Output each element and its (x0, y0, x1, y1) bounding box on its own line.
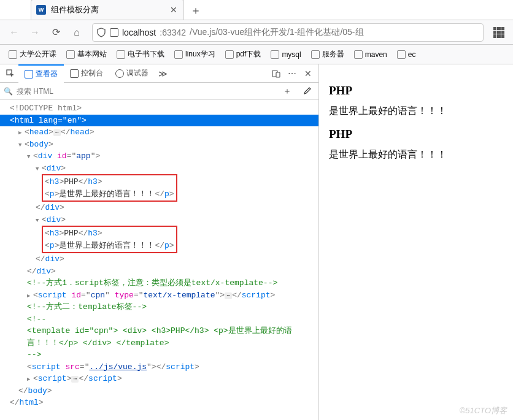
bookmark-item[interactable]: 电子书下载 (113, 48, 168, 61)
dom-highlighted-2[interactable]: <h3>PHP</h3><p>是世界上最好的语言！！！</p> (0, 226, 318, 253)
bookmark-item[interactable]: 服务器 (307, 48, 348, 61)
ellipsis-icon[interactable]: ⋯ (225, 292, 232, 299)
dom-node-body-close[interactable]: </body> (0, 385, 318, 397)
folder-icon (174, 50, 183, 59)
page-preview: PHP 是世界上最好的语言！！！ PHP 是世界上最好的语言！！！ (319, 64, 513, 420)
folder-icon (66, 50, 75, 59)
devtools-panel: 查看器 控制台 调试器 ≫ ⋯ ✕ 🔍 ＋ <!DOCTYPE html> <h… (0, 64, 319, 420)
bookmark-item[interactable]: 大学公开课 (5, 48, 60, 61)
browser-navbar: ← → ⟳ ⌂ localhost:63342/Vue.js/03-vue组件化… (0, 20, 513, 45)
folder-icon (311, 50, 320, 59)
bookmark-label: 服务器 (322, 49, 344, 59)
kebab-icon[interactable]: ⋯ (284, 66, 300, 82)
bookmark-label: 基本网站 (77, 49, 107, 59)
dom-highlighted-1[interactable]: <h3>PHP</h3><p>是世界上最好的语言！！！</p> (0, 174, 318, 202)
watermark: ©51CTO博客 (460, 405, 507, 416)
dom-node-script-vue[interactable]: <script src="../js/vue.js"></script> (0, 361, 318, 373)
dom-node-app[interactable]: ▼<div id="app"> (0, 150, 318, 162)
comment-tpl-2: 言！！！</p> </div> </template> (27, 338, 169, 348)
shield-icon[interactable] (96, 28, 106, 37)
tab-inspector[interactable]: 查看器 (18, 64, 64, 83)
tab-inspector-label: 查看器 (36, 69, 58, 79)
tab-favicon-icon: W (36, 5, 46, 15)
twisty-icon[interactable]: ▼ (36, 217, 42, 226)
bookmark-label: linux学习 (185, 49, 215, 59)
tab-console[interactable]: 控制台 (64, 64, 109, 83)
twisty-icon[interactable]: ▶ (27, 292, 33, 301)
responsive-icon[interactable] (268, 66, 284, 82)
comment-close: --> (27, 350, 41, 359)
doctype: <!DOCTYPE html> (10, 104, 82, 113)
browser-tab-strip: W 组件模板分离 ✕ ＋ (0, 0, 513, 20)
preview-heading-2: PHP (329, 128, 503, 141)
folder-icon (397, 50, 406, 59)
dom-node-script[interactable]: ▶<script>⋯</script> (0, 373, 318, 385)
url-host: localhost (122, 28, 156, 37)
bookmark-item[interactable]: mysql (267, 49, 304, 60)
debugger-icon (115, 69, 124, 78)
tab-debugger-label: 调试器 (126, 68, 148, 78)
console-icon (70, 69, 79, 78)
bookmarks-bar: 大学公开课基本网站电子书下载linux学习pdf下载mysql服务器mavene… (0, 45, 513, 64)
dom-node-div2[interactable]: ▼<div> (0, 214, 318, 226)
reload-button[interactable]: ⟳ (47, 23, 65, 42)
back-button[interactable]: ← (5, 23, 23, 42)
tab-console-label: 控制台 (81, 68, 103, 78)
bookmark-item[interactable]: pdf下载 (222, 48, 265, 61)
bookmark-label: 电子书下载 (128, 49, 164, 59)
browser-tab[interactable]: W 组件模板分离 ✕ (31, 0, 184, 20)
dom-node-html[interactable]: <html lang="en"> (0, 115, 318, 127)
ellipsis-icon[interactable]: ⋯ (53, 129, 61, 136)
devtools-close-icon[interactable]: ✕ (300, 66, 316, 82)
dom-node-div-close[interactable]: </div> (0, 202, 318, 214)
dom-node-app-close[interactable]: </div> (0, 265, 318, 278)
dom-node-div[interactable]: ▼<div> (0, 162, 318, 175)
new-tab-button[interactable]: ＋ (187, 1, 205, 20)
svg-rect-2 (276, 72, 280, 77)
ellipsis-icon[interactable]: ⋯ (71, 376, 79, 383)
dom-tree[interactable]: <!DOCTYPE html> <html lang="en"> ▶<head>… (0, 100, 318, 420)
eyedropper-icon[interactable] (299, 83, 315, 99)
bookmark-label: 大学公开课 (20, 49, 56, 59)
qr-icon[interactable] (490, 23, 508, 42)
folder-icon (225, 50, 234, 59)
preview-paragraph-2: 是世界上最好的语言！！！ (329, 148, 503, 161)
twisty-icon[interactable]: ▶ (27, 376, 33, 384)
comment-open: <!-- (27, 315, 46, 324)
url-port: :63342 (160, 28, 186, 37)
twisty-icon[interactable]: ▶ (18, 129, 25, 138)
folder-icon (9, 50, 17, 59)
overflow-icon[interactable]: ≫ (155, 66, 171, 82)
url-bar[interactable]: localhost:63342/Vue.js/03-vue组件化开发/1-组件化… (92, 23, 484, 42)
dom-node-script-tpl[interactable]: ▶<script id="cpn" type="text/x-template"… (0, 289, 318, 302)
bookmark-label: maven (365, 50, 387, 59)
dom-node-body[interactable]: ▼<body> (0, 139, 318, 151)
forward-button[interactable]: → (26, 23, 44, 42)
bookmark-item[interactable]: maven (350, 49, 391, 60)
twisty-icon[interactable]: ▼ (18, 142, 25, 150)
dom-node-div2-close[interactable]: </div> (0, 253, 318, 265)
close-icon[interactable]: ✕ (169, 5, 179, 15)
content-area: 查看器 控制台 调试器 ≫ ⋯ ✕ 🔍 ＋ <!DOCTYPE html> <h… (0, 64, 513, 420)
dom-node-html-close[interactable]: </html> (0, 397, 318, 409)
inspect-element-icon[interactable] (2, 66, 18, 82)
lock-icon[interactable] (110, 28, 118, 37)
tab-debugger[interactable]: 调试器 (109, 64, 155, 83)
tab-title: 组件模板分离 (51, 4, 164, 15)
comment-2: <!--方式二：template标签--> (27, 302, 147, 311)
bookmark-item[interactable]: 基本网站 (63, 48, 110, 61)
twisty-icon[interactable]: ▼ (27, 153, 33, 162)
bookmark-item[interactable]: linux学习 (171, 48, 219, 61)
bookmark-item[interactable]: ec (393, 49, 420, 60)
add-node-icon[interactable]: ＋ (279, 83, 295, 99)
devtools-tabs: 查看器 控制台 调试器 ≫ ⋯ ✕ (0, 64, 318, 83)
dom-node-head[interactable]: ▶<head>⋯</head> (0, 126, 318, 139)
inspector-icon (25, 70, 33, 78)
twisty-icon[interactable]: ▼ (36, 166, 42, 174)
preview-heading-1: PHP (329, 84, 503, 97)
devtools-search-bar: 🔍 ＋ (0, 83, 318, 100)
search-input[interactable] (17, 87, 276, 96)
home-button[interactable]: ⌂ (68, 23, 86, 42)
folder-icon (117, 50, 125, 59)
comment-tpl-1: <template id="cpn"> <div> <h3>PHP</h3> <… (27, 326, 292, 335)
